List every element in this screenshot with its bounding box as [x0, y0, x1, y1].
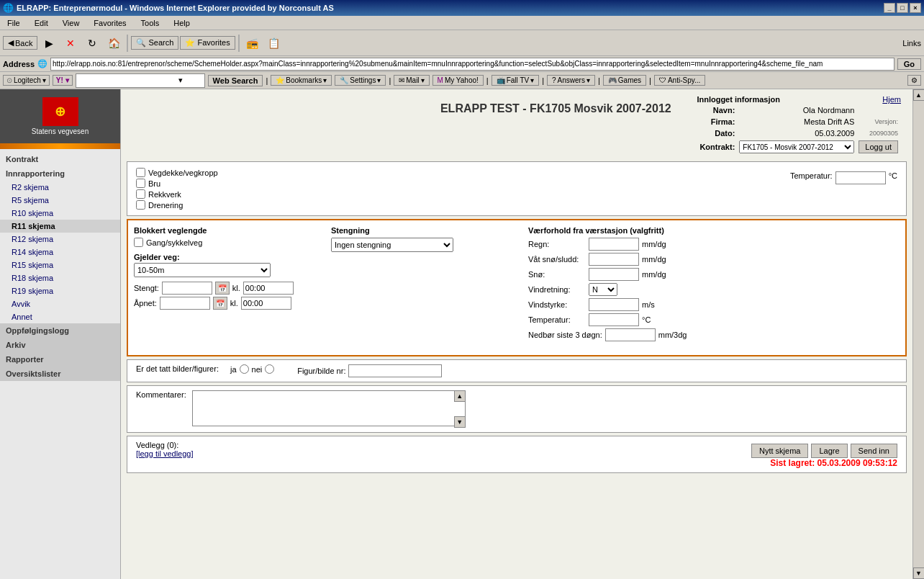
regn-input[interactable]: [589, 238, 639, 251]
stengning-col: Stengning Ingen stengning Delvis stengni…: [331, 226, 517, 344]
stop-button[interactable]: ✕: [60, 33, 81, 53]
nedbor-label: Nedbør siste 3 døgn:: [528, 331, 602, 339]
go-button[interactable]: Go: [897, 58, 921, 70]
address-label: Address: [3, 60, 35, 68]
media-button[interactable]: 📻: [243, 33, 263, 53]
mail-button[interactable]: ✉ Mail ▾: [394, 75, 429, 86]
sidebar-item-r5[interactable]: R5 skjema: [0, 194, 120, 207]
back-button[interactable]: ◀ Back: [3, 36, 37, 50]
web-search-button[interactable]: Web Search: [208, 75, 263, 86]
hjem-link[interactable]: Hjem: [882, 95, 901, 104]
sidebar-item-r12[interactable]: R12 skjema: [0, 233, 120, 246]
figur-input[interactable]: [348, 364, 442, 377]
contract-select[interactable]: FK1705 - Mosvik 2007-2012: [739, 140, 854, 153]
legg-til-vedlegg-link[interactable]: [legg til vedlegg]: [136, 449, 194, 458]
refresh-button[interactable]: ↻: [82, 33, 102, 53]
menu-help[interactable]: Help: [169, 17, 194, 29]
search-input-area[interactable]: ▾: [76, 73, 205, 88]
sidebar-item-r18[interactable]: R18 skjema: [0, 271, 120, 284]
temperature-input[interactable]: [835, 171, 886, 184]
sidebar-item-r11[interactable]: R11 skjema: [0, 220, 120, 233]
apnet-time-input[interactable]: [241, 297, 291, 310]
gjelder-veg-select[interactable]: 10-50m 0-10m 50-100m 100-500m >500m: [134, 263, 271, 277]
menu-tools[interactable]: Tools: [137, 17, 164, 29]
menu-view[interactable]: View: [58, 17, 84, 29]
temperature-row: Temperatur: °C: [790, 169, 897, 209]
menu-file[interactable]: File: [3, 17, 24, 29]
stengt-date-input[interactable]: [162, 282, 212, 295]
search-input[interactable]: [78, 76, 178, 84]
sno-unit: mm/dg: [642, 270, 666, 279]
home-button[interactable]: 🏠: [104, 33, 124, 53]
sidebar-item-r15[interactable]: R15 skjema: [0, 259, 120, 271]
nytt-skjema-button[interactable]: Nytt skjema: [751, 444, 808, 458]
kommentar-textarea[interactable]: [192, 390, 466, 426]
title-bar-controls[interactable]: _ □ ×: [884, 3, 921, 13]
textarea-scroll-up[interactable]: ▲: [454, 390, 466, 402]
sidebar-item-innrapportering[interactable]: Innrapportering: [0, 166, 120, 181]
send-inn-button[interactable]: Send inn: [851, 444, 897, 458]
menu-favorites[interactable]: Favorites: [89, 17, 130, 29]
favorites-button[interactable]: ⭐ Favorites: [180, 36, 235, 50]
sidebar-item-oversiktslister[interactable]: Oversiktslister: [0, 367, 120, 381]
lagre-button[interactable]: Lagre: [811, 444, 847, 458]
forward-button[interactable]: ▶: [39, 33, 59, 53]
checkbox-rekkverk[interactable]: [136, 189, 145, 199]
vindstyrke-input[interactable]: [589, 298, 639, 311]
search-dropdown-icon[interactable]: ▾: [178, 76, 183, 85]
stengt-cal-button[interactable]: 📅: [215, 282, 230, 295]
sidebar-item-r2[interactable]: R2 skjema: [0, 181, 120, 194]
textarea-scroll-down[interactable]: ▼: [454, 416, 466, 428]
sidebar-item-r19[interactable]: R19 skjema: [0, 284, 120, 297]
logitech-button[interactable]: ⊙ Logitech ▾: [3, 75, 50, 86]
apnet-date-input[interactable]: [160, 297, 210, 310]
vat-input[interactable]: [589, 253, 639, 266]
sidebar-item-rapporter[interactable]: Rapporter: [0, 352, 120, 367]
r2-label: R2 skjema: [12, 183, 49, 192]
sidebar-item-oppfolging[interactable]: Oppfølgingslogg: [0, 323, 120, 338]
myyahoo-button[interactable]: M My Yahoo!: [432, 75, 484, 86]
vaer-temp-input[interactable]: [589, 313, 639, 326]
checkbox-gang[interactable]: [134, 238, 143, 247]
sidebar-item-annet[interactable]: Annet: [0, 310, 120, 323]
stengt-time-input[interactable]: [243, 282, 294, 295]
checkbox-bru[interactable]: [136, 179, 145, 188]
nedbor-input[interactable]: [605, 328, 656, 341]
sidebar-item-avvik[interactable]: Avvik: [0, 297, 120, 310]
logg-ut-button[interactable]: Logg ut: [859, 140, 898, 153]
maximize-button[interactable]: □: [897, 3, 908, 13]
address-input[interactable]: [50, 58, 894, 71]
sb-settings-right[interactable]: ⚙: [907, 75, 921, 86]
sidebar-item-r10[interactable]: R10 skjema: [0, 207, 120, 220]
sno-input[interactable]: [589, 268, 639, 281]
history-button[interactable]: 📋: [264, 33, 284, 53]
yahoo-button[interactable]: Y! ▾: [53, 75, 73, 86]
vindretning-select[interactable]: N NE E SE S SW W NW: [589, 283, 617, 296]
bilder-ja-radio[interactable]: [240, 364, 249, 374]
search-button[interactable]: 🔍 Search: [131, 36, 178, 50]
apnet-cal-button[interactable]: 📅: [213, 297, 227, 310]
answers-button[interactable]: ? Answers ▾: [547, 75, 595, 86]
ie-icon: 🌐: [3, 3, 14, 13]
sidebar-item-arkiv[interactable]: Arkiv: [0, 338, 120, 352]
menu-edit[interactable]: Edit: [30, 17, 53, 29]
scroll-down-button[interactable]: ▼: [913, 567, 925, 579]
scroll-up-button[interactable]: ▲: [913, 89, 925, 101]
minimize-button[interactable]: _: [884, 3, 895, 13]
antispyware-button[interactable]: 🛡 Anti-Spy...: [654, 75, 705, 86]
bookmarks-button[interactable]: ⭐ Bookmarks ▾: [271, 75, 332, 86]
games-button[interactable]: 🎮 Games: [603, 75, 646, 86]
close-button[interactable]: ×: [910, 3, 921, 13]
settings-button[interactable]: 🔧 Settings ▾: [335, 75, 386, 86]
checkbox-bru-row: Bru: [136, 179, 218, 188]
sidebar-item-r14[interactable]: R14 skjema: [0, 246, 120, 259]
vat-label: Våt snø/sludd:: [528, 255, 586, 264]
r14-label: R14 skjema: [12, 248, 53, 256]
stengning-select[interactable]: Ingen stengning Delvis stengning Full st…: [331, 238, 453, 252]
checkbox-vegdekke[interactable]: [136, 168, 145, 177]
vaer-temp-row: Temperatur: °C: [528, 313, 900, 326]
checkbox-drenering[interactable]: [136, 200, 145, 210]
falltv-button[interactable]: 📺 Fall TV ▾: [492, 75, 540, 86]
bilder-nei-radio[interactable]: [265, 364, 274, 374]
sidebar-item-kontrakt[interactable]: Kontrakt: [0, 152, 120, 166]
